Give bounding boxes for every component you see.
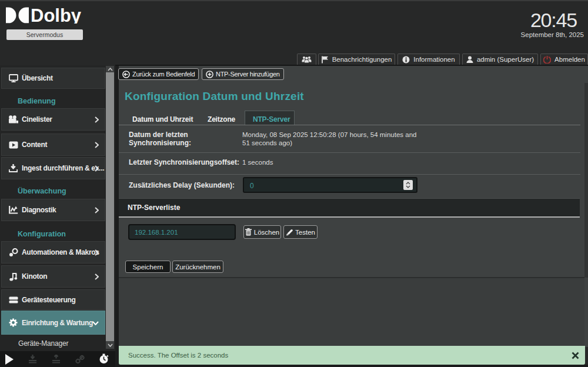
svg-text:Dolby: Dolby xyxy=(31,7,82,24)
